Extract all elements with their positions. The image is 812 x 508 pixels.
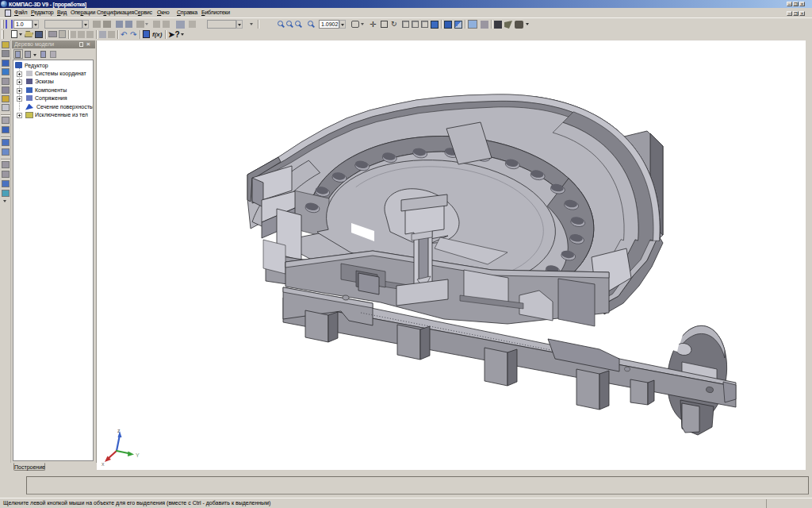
svg-text:Y: Y [136, 452, 140, 458]
svg-text:x: x [102, 461, 105, 467]
svg-text:z: z [117, 428, 121, 433]
